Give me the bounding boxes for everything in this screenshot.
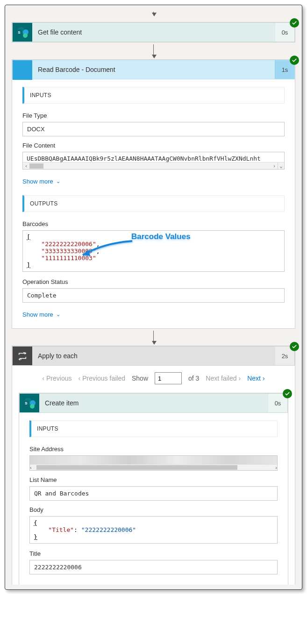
field-label-barcodes: Barcodes bbox=[22, 220, 285, 227]
pager-next[interactable]: Next› bbox=[247, 375, 264, 382]
show-more-outputs[interactable]: Show more⌄ bbox=[22, 311, 60, 318]
chevron-down-icon: ⌄ bbox=[56, 311, 60, 318]
field-label-site-address: Site Address bbox=[29, 446, 278, 453]
success-badge bbox=[290, 342, 299, 351]
pager-next-failed[interactable]: Next failed› bbox=[206, 375, 241, 382]
field-value-body: { "Title": "2222222220006" } bbox=[29, 516, 278, 544]
flow-arrow bbox=[12, 5, 295, 22]
flow-arrow bbox=[12, 42, 295, 59]
field-label-operation-status: Operation Status bbox=[22, 278, 285, 285]
field-label-file-type: File Type bbox=[22, 112, 285, 119]
svg-marker-0 bbox=[83, 249, 90, 256]
connector-icon bbox=[13, 60, 32, 80]
chevron-right-icon: › bbox=[263, 375, 265, 382]
horizontal-scrollbar[interactable]: ‹› bbox=[30, 464, 277, 470]
inputs-section-label: INPUTS bbox=[29, 420, 278, 437]
inputs-section-label: INPUTS bbox=[22, 87, 285, 104]
field-label-list-name: List Name bbox=[29, 476, 278, 483]
annotation-label: Barcode Values bbox=[131, 232, 191, 241]
step-get-file-content[interactable]: S Get file content 0s bbox=[12, 22, 295, 42]
flow-arrow bbox=[12, 329, 295, 346]
field-value-operation-status: Complete bbox=[22, 288, 285, 303]
chevron-down-icon: ⌄ bbox=[56, 178, 60, 184]
loop-pager: ‹Previous ‹Previous failed Show of 3 Nex… bbox=[12, 366, 295, 393]
sharepoint-icon: S bbox=[13, 23, 32, 42]
show-more-inputs[interactable]: Show more⌄ bbox=[22, 178, 60, 185]
success-badge bbox=[290, 56, 299, 65]
success-badge bbox=[290, 18, 299, 28]
step-apply-to-each[interactable]: Apply to each 2s ‹Previous ‹Previous fai… bbox=[12, 346, 295, 585]
field-value-site-address: ↗ ‹› bbox=[29, 455, 278, 471]
step-title: Get file content bbox=[32, 23, 275, 42]
field-value-file-type: DOCX bbox=[22, 122, 285, 136]
pager-previous-failed[interactable]: ‹Previous failed bbox=[78, 375, 125, 382]
pager-show-label: Show bbox=[132, 375, 148, 382]
field-label-title: Title bbox=[29, 550, 278, 557]
chevron-left-icon: ‹ bbox=[42, 375, 44, 382]
step-title: Read Barcode - Document bbox=[32, 60, 275, 79]
annotation-arrow bbox=[76, 238, 137, 262]
step-create-item[interactable]: S Create item 0s INPUTS Site Address ↗ ‹… bbox=[19, 393, 288, 585]
outputs-section-label: OUTPUTS bbox=[22, 195, 285, 212]
pager-page-input[interactable] bbox=[155, 372, 182, 384]
field-value-title: 2222222220006 bbox=[29, 560, 278, 574]
chevron-left-icon: ‹ bbox=[78, 375, 80, 382]
field-value-list-name: QR and Barcodes bbox=[29, 486, 278, 501]
success-badge bbox=[283, 389, 292, 398]
field-value-file-content: UEsDBBQABgAIAAAAIQBk9r5zlAEAAN8HAAATAAgC… bbox=[22, 152, 285, 170]
field-label-body: Body bbox=[29, 506, 278, 513]
chevron-right-icon: › bbox=[239, 375, 241, 382]
pager-of-label: of 3 bbox=[188, 375, 199, 382]
horizontal-scrollbar[interactable]: ‹ › ⌄ bbox=[23, 162, 284, 169]
step-title: Create item bbox=[39, 394, 268, 412]
loop-icon bbox=[13, 347, 32, 365]
step-title: Apply to each bbox=[32, 347, 275, 365]
pager-previous[interactable]: ‹Previous bbox=[42, 375, 71, 382]
step-read-barcode[interactable]: Read Barcode - Document 1s INPUTS File T… bbox=[12, 59, 295, 329]
field-label-file-content: File Content bbox=[22, 142, 285, 149]
sharepoint-icon: S bbox=[20, 394, 39, 412]
